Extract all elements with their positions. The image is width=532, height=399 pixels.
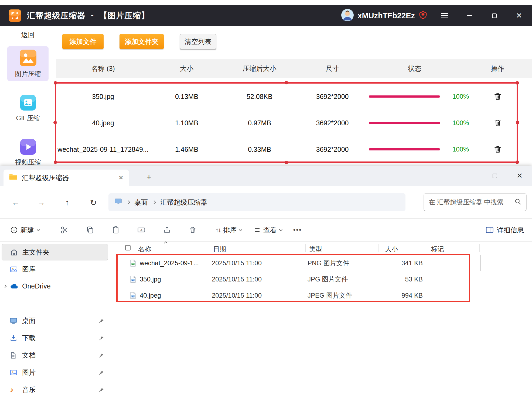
column-divider[interactable] [378,244,378,252]
breadcrumb-item-desktop[interactable]: 桌面 [134,198,148,207]
pin-icon [99,318,104,324]
explorer-commandbar: + 新建 A ↑ [0,219,532,242]
menu-button[interactable] [437,8,452,23]
delete-row-button[interactable] [492,91,504,102]
file-row[interactable]: 40.jpeg 2025/10/15 11:00 JPEG 图片文件 994 K… [118,287,480,304]
column-divider[interactable] [427,244,427,252]
copy-button[interactable] [82,222,98,238]
document-icon [10,352,17,359]
sidebar-item-documents[interactable]: 文档 [2,347,108,363]
table-row[interactable]: 350.jpg 0.13MB 52.08KB 3692*2000 100% [56,83,532,110]
tab-close-button[interactable]: ✕ [118,174,124,181]
window-title: 汇帮超级压缩器 - 【图片压缩】 [27,10,149,21]
sidebar-item-label: 图片 [22,368,36,377]
plus-icon: + [146,172,152,182]
sidebar-item-gallery[interactable]: 图库 [2,261,108,277]
details-label: 详细信息 [497,226,524,235]
delete-row-button[interactable] [492,117,504,129]
add-folder-button[interactable]: 添加文件夹 [120,34,164,49]
col-dimensions: 尺寸 [296,64,369,73]
select-all-checkbox[interactable] [125,245,131,250]
sidebar-item-label: 图片压缩 [7,70,49,78]
chevron-down-icon [279,228,282,231]
file-size: 341 KB [375,259,423,267]
vip-badge-icon[interactable] [419,11,427,20]
cell-compressed: 0.97MB [223,119,296,127]
add-file-button[interactable]: 添加文件 [62,34,104,49]
column-divider[interactable] [305,244,306,252]
paste-button[interactable] [108,222,124,238]
delete-button[interactable] [185,222,201,238]
sidebar-item-home[interactable]: 主文件夹 [2,244,108,260]
details-button[interactable]: 详细信息 [486,226,524,235]
maximize-button[interactable] [482,166,507,186]
close-button[interactable]: ✕ [511,8,527,23]
col-name[interactable]: 名称 [138,245,151,253]
divider [208,224,208,236]
new-tab-button[interactable]: + [143,171,155,183]
column-divider[interactable] [479,244,480,252]
search-input[interactable] [429,198,514,206]
view-button[interactable]: 查看 [255,226,282,235]
share-button[interactable] [159,222,175,238]
nav-refresh-button[interactable]: ↻ [88,198,98,207]
pin-icon [99,353,104,358]
sidebar-item-downloads[interactable]: 下载 [2,330,108,346]
avatar [341,9,354,22]
back-button[interactable]: 返回 [0,30,56,39]
column-divider[interactable] [208,244,208,252]
breadcrumb[interactable]: 桌面 汇帮超级压缩器 [108,193,405,211]
delete-row-button[interactable] [492,143,504,155]
col-date[interactable]: 日期 [213,245,226,253]
cell-status: 100% [369,119,482,127]
sidebar-item-gif-compress[interactable]: GIF压缩 [7,92,49,125]
explorer-tab[interactable]: 汇帮超级压缩器 ✕ [4,170,129,186]
new-button[interactable]: + 新建 [11,226,40,235]
image-file-icon [130,276,136,283]
file-row[interactable]: wechat_2025-09-1... 2025/10/15 11:00 PNG… [118,255,480,271]
user-account[interactable]: xMUzhTFb22Ez [341,9,427,22]
file-row[interactable]: 350.jpg 2025/10/15 11:00 JPG 图片文件 53 KB [118,271,480,287]
table-row[interactable]: wechat_2025-09-11_172849... 1.46MB 0.33M… [56,136,532,163]
chevron-down-icon [37,228,40,231]
sidebar-item-pictures[interactable]: 图片 [2,364,108,381]
chevron-expand-icon[interactable] [3,284,7,288]
cell-name: 40.jpeg [56,119,150,127]
app-name: 汇帮超级压缩器 [27,10,86,21]
minimize-button[interactable] [462,8,477,23]
sort-button[interactable]: ↑↓ 排序 [216,226,242,235]
breadcrumb-item-folder[interactable]: 汇帮超级压缩器 [160,198,207,207]
new-label: 新建 [21,226,34,235]
cell-size: 1.46MB [150,146,223,153]
cut-button[interactable] [56,222,73,238]
nav-up-button[interactable]: ↑ [62,198,72,207]
sidebar-item-label: 下载 [22,333,36,342]
col-type[interactable]: 类型 [309,245,322,253]
file-name: 40.jpeg [140,292,161,299]
sidebar-item-desktop[interactable]: 桌面 [2,312,108,329]
sidebar-item-music[interactable]: ♪ 音乐 [2,381,108,398]
search-icon[interactable] [514,198,521,206]
file-type: PNG 图片文件 [308,259,349,267]
sidebar-item-onedrive[interactable]: OneDrive [2,278,108,294]
sidebar-item-label: OneDrive [22,282,51,290]
maximize-button[interactable] [487,8,502,23]
nav-forward-button[interactable]: → [36,198,46,207]
clear-list-button[interactable]: 清空列表 [180,34,216,49]
more-options-button[interactable]: ••• [293,226,302,233]
table-row[interactable]: 40.jpeg 1.10MB 0.97MB 3692*2000 100% [56,110,532,136]
rename-button[interactable]: A [133,222,149,238]
nav-back-button[interactable]: ← [11,198,21,207]
pin-icon [99,335,104,341]
col-tags[interactable]: 标记 [431,245,444,253]
col-size[interactable]: 大小 [385,245,398,253]
cell-dimensions: 3692*2000 [296,93,369,101]
file-type: JPG 图片文件 [308,275,348,284]
sidebar-item-image-compress[interactable]: 图片压缩 [7,46,49,81]
divider [47,224,47,236]
desktop-icon [10,317,17,325]
minimize-button[interactable] [458,166,482,186]
mode-name: 【图片压缩】 [99,10,149,21]
sidebar-item-video-compress[interactable]: 视频压缩 [7,136,49,169]
close-button[interactable]: ✕ [507,166,532,186]
